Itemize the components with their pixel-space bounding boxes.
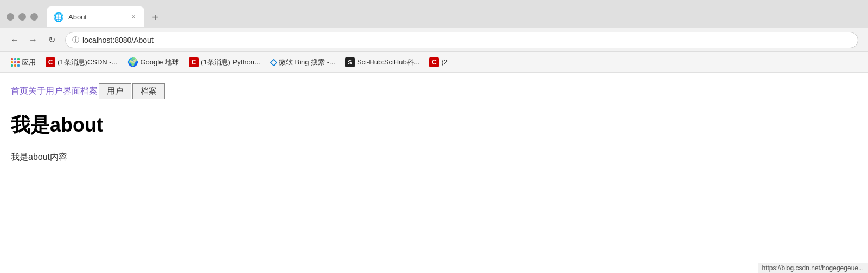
csdn2-icon: C [189, 57, 199, 67]
bing-icon: ◇ [270, 57, 277, 67]
back-button[interactable]: ← [7, 32, 23, 48]
bookmark-csdn2-label: (1条消息) Python... [201, 57, 260, 67]
address-text: localhost:8080/About [82, 36, 154, 44]
close-button[interactable] [7, 13, 14, 21]
page-content: 首页 关于 用户界面 档案 用户 档案 我是about 我是about内容 [0, 73, 868, 174]
bookmark-csdn1[interactable]: C (1条消息)CSDN -... [41, 56, 122, 69]
bookmark-csdn2[interactable]: C (1条消息) Python... [184, 56, 265, 69]
bookmarks-bar: 应用 C (1条消息)CSDN -... 🌍 Google 地球 C (1条消息… [0, 52, 868, 73]
google-earth-icon: 🌍 [127, 57, 138, 67]
title-bar: 🌐 About × + [0, 0, 868, 28]
bookmark-scihub[interactable]: S Sci-Hub:SciHub科... [341, 56, 424, 69]
scihub-icon: S [345, 57, 355, 67]
navigation-bar: ← → ↻ ⓘ localhost:8080/About [0, 28, 868, 52]
apps-grid-icon [11, 58, 20, 67]
nav-link-about[interactable]: 关于 [28, 86, 46, 97]
bookmark-scihub-label: Sci-Hub:SciHub科... [357, 57, 420, 67]
bookmark-apps-label: 应用 [22, 57, 36, 67]
info-icon: ⓘ [72, 35, 79, 45]
bookmark-bing-label: 微软 Bing 搜索 -... [279, 57, 335, 67]
page-body: 我是about内容 [11, 152, 857, 163]
nav-link-user-interface[interactable]: 用户界面 [46, 86, 80, 97]
user-button[interactable]: 用户 [99, 83, 131, 99]
profile-button[interactable]: 档案 [132, 83, 165, 99]
active-tab[interactable]: 🌐 About × [47, 6, 144, 27]
page-heading: 我是about [11, 112, 857, 139]
forward-button[interactable]: → [25, 32, 41, 48]
traffic-lights [7, 13, 38, 21]
nav-link-profile[interactable]: 档案 [80, 86, 98, 97]
nav-link-home[interactable]: 首页 [11, 86, 28, 97]
bookmark-apps[interactable]: 应用 [7, 56, 40, 69]
csdn1-icon: C [46, 57, 55, 67]
reload-button[interactable]: ↻ [43, 32, 60, 48]
new-tab-button[interactable]: + [146, 9, 164, 26]
page-nav-links: 首页 关于 用户界面 档案 用户 档案 [11, 83, 857, 99]
tabs-row: 🌐 About × + [47, 6, 861, 27]
csdn3-icon: C [429, 57, 439, 67]
tab-title: About [68, 13, 125, 21]
tab-close-button[interactable]: × [129, 12, 138, 21]
minimize-button[interactable] [18, 13, 26, 21]
bookmark-csdn3[interactable]: C (2 [425, 56, 452, 69]
maximize-button[interactable] [30, 13, 38, 21]
bookmark-csdn1-label: (1条消息)CSDN -... [58, 57, 118, 67]
bookmark-bing[interactable]: ◇ 微软 Bing 搜索 -... [266, 55, 340, 69]
bookmark-csdn3-label: (2 [441, 58, 448, 66]
bookmark-google-earth[interactable]: 🌍 Google 地球 [123, 55, 184, 69]
bookmark-google-earth-label: Google 地球 [141, 57, 180, 67]
tab-globe-icon: 🌐 [53, 12, 64, 22]
address-bar[interactable]: ⓘ localhost:8080/About [65, 32, 858, 48]
